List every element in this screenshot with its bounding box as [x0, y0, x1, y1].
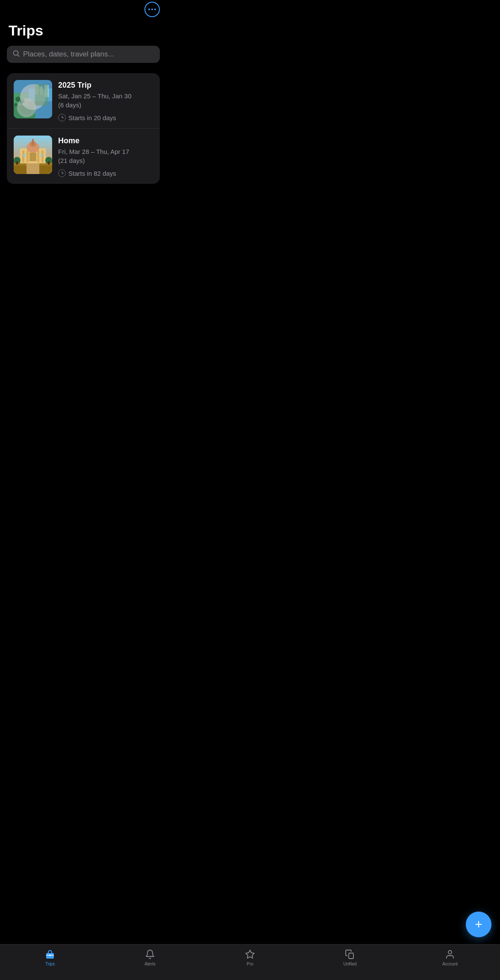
svg-rect-32	[16, 161, 18, 165]
trip-dates-2025: Sat, Jan 25 – Thu, Jan 30 (6 days)	[58, 92, 153, 109]
trip-info-home: Home Fri, Mar 28 – Thu, Apr 17 (21 days)…	[58, 136, 153, 177]
page-title: Trips	[0, 19, 167, 46]
trip-item-2025[interactable]: 2025 Trip Sat, Jan 25 – Thu, Jan 30 (6 d…	[7, 73, 160, 129]
svg-rect-33	[48, 161, 50, 165]
svg-rect-9	[40, 86, 43, 95]
search-input[interactable]	[23, 50, 154, 59]
svg-rect-21	[26, 151, 29, 162]
svg-point-12	[20, 99, 24, 103]
status-bar	[0, 0, 167, 19]
more-options-button[interactable]	[144, 2, 160, 17]
clock-icon	[58, 114, 66, 121]
more-dots-icon	[148, 9, 156, 10]
search-icon	[13, 50, 20, 59]
trip-info-2025: 2025 Trip Sat, Jan 25 – Thu, Jan 30 (6 d…	[58, 80, 153, 121]
trip-thumbnail-home	[14, 136, 52, 174]
svg-rect-10	[44, 85, 49, 97]
trip-countdown-2025: Starts in 20 days	[58, 114, 153, 121]
search-bar[interactable]	[7, 46, 160, 63]
svg-rect-27	[29, 153, 36, 161]
svg-line-1	[18, 55, 19, 56]
svg-rect-22	[37, 151, 39, 162]
clock-icon-home	[58, 169, 66, 177]
svg-rect-8	[35, 84, 38, 95]
trip-name-home: Home	[58, 136, 153, 145]
svg-point-6	[17, 98, 36, 117]
trip-dates-home: Fri, Mar 28 – Thu, Apr 17 (21 days)	[58, 147, 153, 165]
svg-rect-29	[40, 153, 43, 157]
trip-name-2025: 2025 Trip	[58, 81, 153, 90]
trips-list: 2025 Trip Sat, Jan 25 – Thu, Jan 30 (6 d…	[7, 73, 160, 184]
svg-point-13	[14, 103, 18, 106]
trip-item-home[interactable]: Home Fri, Mar 28 – Thu, Apr 17 (21 days)…	[7, 129, 160, 184]
svg-rect-26	[32, 139, 34, 145]
svg-point-11	[15, 97, 21, 102]
trip-countdown-home: Starts in 82 days	[58, 169, 153, 177]
svg-rect-28	[23, 153, 26, 157]
trip-thumbnail-2025	[14, 80, 52, 118]
